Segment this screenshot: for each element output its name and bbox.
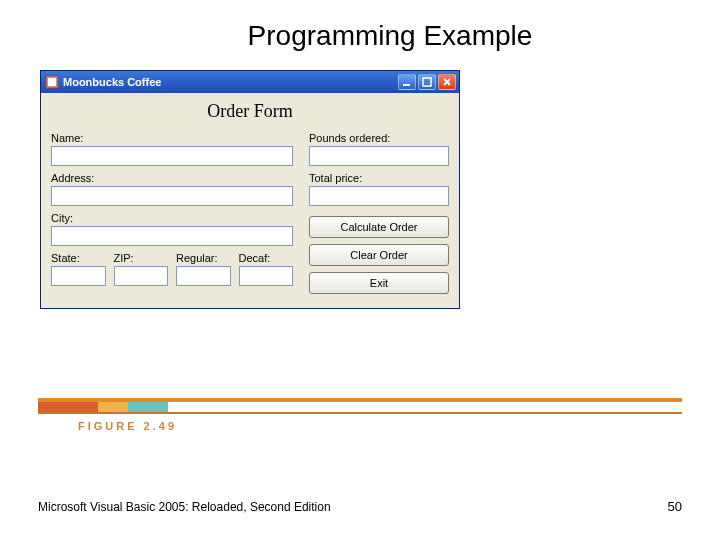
total-input[interactable] [309,186,449,206]
decaf-label: Decaf: [239,252,294,264]
slide-title: Programming Example [60,0,720,70]
decaf-input[interactable] [239,266,294,286]
clear-button[interactable]: Clear Order [309,244,449,266]
figure-label: FIGURE 2.49 [78,420,177,432]
total-label: Total price: [309,172,449,184]
right-column: Pounds ordered: Total price: Calculate O… [309,132,449,294]
close-button[interactable] [438,74,456,90]
svg-rect-1 [48,78,56,86]
client-area: Order Form Name: Address: City: State: [41,93,459,308]
address-label: Address: [51,172,293,184]
svg-rect-3 [423,78,431,86]
pounds-label: Pounds ordered: [309,132,449,144]
minimize-button[interactable] [398,74,416,90]
name-label: Name: [51,132,293,144]
app-icon [45,75,59,89]
state-input[interactable] [51,266,106,286]
svg-rect-2 [403,84,410,86]
left-column: Name: Address: City: State: [51,132,293,294]
regular-input[interactable] [176,266,231,286]
form-title: Order Form [51,101,449,122]
page-number: 50 [668,499,682,514]
app-window: Moonbucks Coffee Order Form Name: Addres… [40,70,460,309]
regular-label: Regular: [176,252,231,264]
calculate-button[interactable]: Calculate Order [309,216,449,238]
exit-button[interactable]: Exit [309,272,449,294]
maximize-button[interactable] [418,74,436,90]
city-label: City: [51,212,293,224]
window-title: Moonbucks Coffee [63,76,396,88]
name-input[interactable] [51,146,293,166]
figure-divider [38,398,682,414]
state-label: State: [51,252,106,264]
address-input[interactable] [51,186,293,206]
form-body: Name: Address: City: State: [51,132,449,294]
titlebar[interactable]: Moonbucks Coffee [41,71,459,93]
city-input[interactable] [51,226,293,246]
footer-text: Microsoft Visual Basic 2005: Reloaded, S… [38,500,331,514]
zip-input[interactable] [114,266,169,286]
zip-label: ZIP: [114,252,169,264]
pounds-input[interactable] [309,146,449,166]
